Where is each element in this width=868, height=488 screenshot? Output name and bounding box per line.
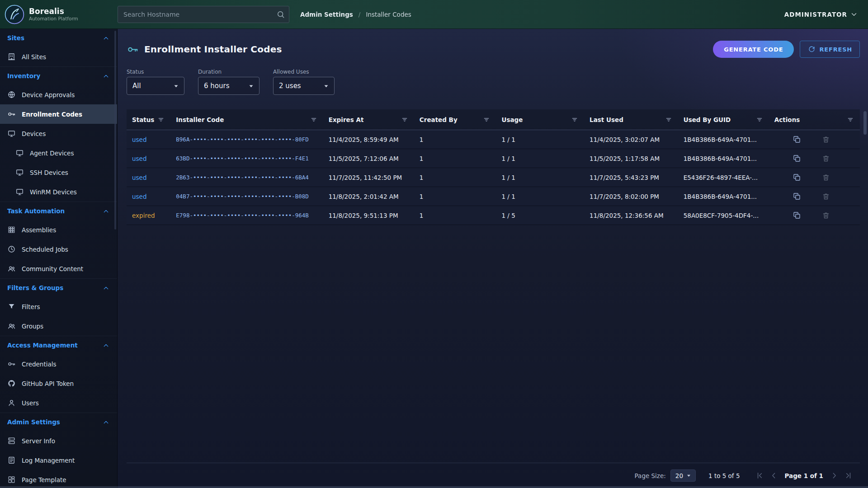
sidebar-item-device-approvals[interactable]: Device Approvals <box>0 85 117 104</box>
sidebar-item-label: Groups <box>22 323 43 330</box>
user-menu-label: ADMINISTRATOR <box>784 11 847 18</box>
breadcrumb: Admin Settings / Installer Codes <box>300 11 411 18</box>
cell-created-by: 1 <box>414 155 496 162</box>
cell-expires-at: 11/7/2025, 11:42:50 PM <box>323 174 414 181</box>
chevron-down-icon <box>850 10 858 19</box>
installer-code[interactable]: E798-••••-••••-••••-••••-••••-••••-964B <box>176 212 309 219</box>
chevron-up-icon <box>102 284 110 292</box>
sidebar-item-enrollment-codes[interactable]: Enrollment Codes <box>0 104 117 124</box>
installer-code[interactable]: B96A-••••-••••-••••-••••-••••-••••-80FD <box>176 136 309 143</box>
main-content: Enrollment Installer Codes GENERATE CODE… <box>118 29 868 488</box>
table-row: expired E798-••••-••••-••••-••••-••••-••… <box>127 206 860 225</box>
user-menu[interactable]: ADMINISTRATOR <box>784 10 858 19</box>
search-icon <box>276 10 285 19</box>
sidebar-item-winrm-devices[interactable]: WinRM Devices <box>0 182 117 202</box>
copy-icon[interactable] <box>793 135 801 144</box>
filter-status-select[interactable]: All <box>127 77 184 95</box>
copy-icon[interactable] <box>793 173 801 182</box>
sidebar-scrollbar-thumb[interactable] <box>114 31 116 230</box>
delete-icon[interactable] <box>822 136 830 144</box>
filter-icon[interactable] <box>157 116 165 123</box>
sidebar-item-users[interactable]: Users <box>0 393 117 413</box>
sidebar-section-filters-groups[interactable]: Filters & Groups <box>0 279 117 297</box>
filter-duration-label: Duration <box>198 69 259 75</box>
sidebar-section-inventory[interactable]: Inventory <box>0 67 117 85</box>
sidebar-section-access-management[interactable]: Access Management <box>0 336 117 354</box>
sidebar-item-label: Page Template <box>22 476 66 483</box>
filter-allowed-uses-select[interactable]: 2 uses <box>273 77 335 95</box>
sidebar-item-devices[interactable]: Devices <box>0 124 117 143</box>
sidebar-section-label: Task Automation <box>7 207 65 215</box>
page-size-select[interactable]: 20 <box>670 469 696 482</box>
next-page-icon[interactable] <box>830 471 839 480</box>
breadcrumb-separator: / <box>359 11 361 18</box>
installer-code[interactable]: 04B7-••••-••••-••••-••••-••••-••••-B08D <box>176 193 309 200</box>
table-scrollbar-thumb[interactable] <box>863 111 867 135</box>
filter-icon[interactable] <box>401 116 408 123</box>
horizontal-scrollbar[interactable] <box>0 486 868 488</box>
prev-page-icon[interactable] <box>769 471 778 480</box>
sidebar-item-label: Users <box>22 399 39 407</box>
sidebar-item-all-sites[interactable]: All Sites <box>0 47 117 66</box>
delete-icon[interactable] <box>822 211 830 220</box>
sidebar-section-admin-settings[interactable]: Admin Settings <box>0 413 117 431</box>
cell-used-by-guid: E5436F26-4897-4EEA-... <box>678 174 769 181</box>
filter-status: Status All <box>127 69 184 95</box>
filter-allowed-uses: Allowed Uses 2 uses <box>273 69 335 95</box>
sidebar-item-assemblies[interactable]: Assemblies <box>0 220 117 239</box>
column-label: Actions <box>774 116 800 123</box>
copy-icon[interactable] <box>793 192 801 201</box>
column-label: Installer Code <box>176 116 224 123</box>
search-input[interactable] <box>118 6 289 23</box>
delete-icon[interactable] <box>822 192 830 201</box>
refresh-icon <box>807 45 816 53</box>
last-page-icon[interactable] <box>844 471 853 480</box>
first-page-icon[interactable] <box>755 471 764 480</box>
cell-status: expired <box>127 212 170 219</box>
key-icon <box>127 43 139 56</box>
sidebar-section: Filters & Groups Filters Groups <box>0 278 117 336</box>
sidebar-item-groups[interactable]: Groups <box>0 316 117 336</box>
installer-code[interactable]: 63BD-••••-••••-••••-••••-••••-••••-F4E1 <box>176 155 309 162</box>
sidebar-item-agent-devices[interactable]: Agent Devices <box>0 143 117 163</box>
filter-icon[interactable] <box>847 116 854 123</box>
sidebar-item-community-content[interactable]: Community Content <box>0 259 117 278</box>
sidebar-item-label: Scheduled Jobs <box>22 246 68 253</box>
sidebar-section-task-automation[interactable]: Task Automation <box>0 202 117 220</box>
generate-code-button[interactable]: GENERATE CODE <box>713 41 794 58</box>
breadcrumb-installer-codes[interactable]: Installer Codes <box>366 11 411 18</box>
cell-created-by: 1 <box>414 136 496 143</box>
installer-code[interactable]: 2B63-••••-••••-••••-••••-••••-••••-6BA4 <box>176 174 309 181</box>
borealis-logo-icon <box>5 5 24 24</box>
delete-icon[interactable] <box>822 155 830 163</box>
cell-created-by: 1 <box>414 212 496 219</box>
sidebar-section-items: Device Approvals Enrollment Codes Device… <box>0 85 117 202</box>
sidebar-item-page-template[interactable]: Page Template <box>0 470 117 488</box>
sidebar-section-label: Access Management <box>7 342 78 349</box>
sidebar-section: Admin Settings Server Info Log Managemen… <box>0 413 117 488</box>
filter-duration-select[interactable]: 6 hours <box>198 77 259 95</box>
sidebar-item-server-info[interactable]: Server Info <box>0 431 117 450</box>
filter-icon[interactable] <box>483 116 490 123</box>
sidebar-item-credentials[interactable]: Credentials <box>0 354 117 374</box>
delete-icon[interactable] <box>822 174 830 182</box>
sidebar-item-github-api-token[interactable]: GitHub API Token <box>0 374 117 393</box>
sidebar-item-label: Devices <box>22 130 46 137</box>
sidebar-section-sites[interactable]: Sites <box>0 29 117 47</box>
cell-usage: 1 / 1 <box>496 193 584 200</box>
breadcrumb-admin-settings[interactable]: Admin Settings <box>300 11 353 18</box>
copy-icon[interactable] <box>793 154 801 163</box>
filter-icon[interactable] <box>310 116 317 123</box>
copy-icon[interactable] <box>793 211 801 220</box>
sidebar-item-scheduled-jobs[interactable]: Scheduled Jobs <box>0 239 117 259</box>
filter-icon[interactable] <box>756 116 763 123</box>
column-header-used-by-guid: Used By GUID <box>678 109 769 130</box>
sidebar-item-filters[interactable]: Filters <box>0 297 117 316</box>
filter-icon[interactable] <box>665 116 672 123</box>
sidebar-section-label: Filters & Groups <box>7 284 63 291</box>
column-label: Used By GUID <box>684 116 731 123</box>
sidebar-item-log-management[interactable]: Log Management <box>0 450 117 470</box>
refresh-button[interactable]: REFRESH <box>800 41 860 58</box>
filter-icon[interactable] <box>571 116 578 123</box>
sidebar-item-ssh-devices[interactable]: SSH Devices <box>0 163 117 182</box>
